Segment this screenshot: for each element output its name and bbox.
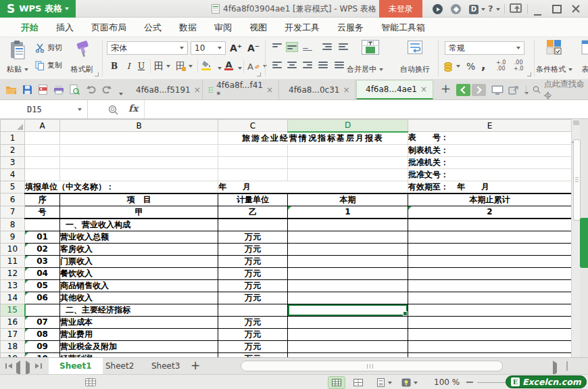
first-sheet-button[interactable]	[5, 363, 12, 369]
tab-close-icon[interactable]: ×	[266, 85, 273, 95]
justify-button[interactable]	[318, 61, 328, 70]
cell[interactable]: 05	[25, 279, 60, 292]
cell-section-2[interactable]: 二、主要经济指标	[60, 304, 218, 316]
row-header-7[interactable]: 7	[1, 206, 25, 219]
name-box[interactable]: D15	[0, 100, 88, 118]
cell-h-seq[interactable]: 序	[25, 193, 60, 206]
pane-splitter[interactable]	[566, 361, 568, 371]
tab-smart-toolbox[interactable]: 智能工具箱	[372, 18, 434, 37]
cell[interactable]	[218, 219, 288, 231]
save-icon[interactable]	[22, 85, 32, 97]
cell-year-month[interactable]: 年 月	[218, 181, 408, 193]
cell[interactable]	[60, 156, 218, 168]
vertical-scroll-thumb[interactable]	[573, 139, 581, 221]
table-style-button-clipped[interactable]: 表	[581, 64, 588, 74]
cell-h-current[interactable]: 本期	[288, 193, 408, 206]
play-on-screen-icon[interactable]	[491, 85, 504, 97]
cell[interactable]: 10	[25, 352, 60, 357]
table-style-icon-clipped[interactable]	[581, 39, 588, 58]
horizontal-scroll-thumb[interactable]	[241, 361, 503, 371]
sheet-tab-sheet3[interactable]: Sheet3	[141, 358, 191, 374]
align-top-button[interactable]	[272, 43, 283, 51]
cell[interactable]	[25, 156, 60, 168]
cell[interactable]	[25, 304, 60, 316]
page-break-view-button[interactable]	[350, 377, 366, 388]
tab-view[interactable]: 视图	[241, 18, 276, 37]
conditional-format-icon[interactable]	[546, 39, 562, 58]
cell[interactable]: 03	[25, 255, 60, 267]
underline-button[interactable]: U	[135, 60, 147, 73]
cell[interactable]	[60, 144, 218, 156]
scroll-up-button[interactable]	[572, 130, 580, 139]
cell[interactable]	[408, 352, 572, 357]
cell[interactable]	[408, 328, 572, 340]
upload-cloud-icon[interactable]	[510, 3, 522, 13]
cell[interactable]	[408, 231, 572, 243]
cell[interactable]	[288, 231, 408, 243]
insert-function-button[interactable]: fx	[128, 103, 138, 114]
cell[interactable]	[218, 156, 288, 168]
format-painter-icon[interactable]	[74, 41, 91, 60]
cell[interactable]	[288, 316, 408, 328]
cell[interactable]: 01	[25, 231, 60, 243]
reading-mode-button[interactable]	[399, 377, 420, 388]
zoom-slider[interactable]	[477, 382, 507, 383]
sheet-tab-sheet2[interactable]: Sheet2	[95, 358, 145, 374]
increase-font-button[interactable]: A⁺	[230, 41, 242, 55]
add-sheet-button[interactable]: +	[191, 359, 200, 372]
tab-close-icon[interactable]: ×	[194, 85, 201, 95]
cell[interactable]: 2	[408, 206, 572, 219]
new-tab-button[interactable]: +	[441, 81, 451, 95]
borders-button[interactable]: 田	[154, 60, 170, 73]
decrease-font-button[interactable]: A⁻	[247, 41, 260, 55]
cell[interactable]	[218, 168, 288, 181]
cell[interactable]: 万元	[218, 243, 288, 255]
align-center-button[interactable]	[287, 61, 297, 70]
open-file-icon[interactable]	[5, 85, 17, 97]
fill-color-caret[interactable]	[215, 63, 222, 72]
align-middle-button[interactable]	[287, 43, 297, 51]
cell[interactable]	[408, 267, 572, 279]
row-header-3[interactable]: 3	[1, 156, 25, 168]
help-menu-button[interactable]: ?	[488, 3, 500, 14]
cell[interactable]	[288, 144, 408, 156]
login-button[interactable]: 未登录	[379, 0, 422, 18]
col-header-a[interactable]: A	[25, 120, 60, 132]
cell[interactable]	[288, 352, 408, 357]
cell[interactable]	[288, 279, 408, 292]
cell[interactable]: 07	[25, 316, 60, 328]
doc-tab-3[interactable]: 4f6a8...0c31 ×	[280, 80, 356, 99]
cell[interactable]: 客房收入	[60, 243, 218, 255]
cell[interactable]	[408, 219, 572, 231]
find-command-box[interactable]: 点此查找命令	[533, 80, 588, 99]
doc-tab-4-active[interactable]: 4f6a8...4ae1 ×	[356, 80, 433, 99]
tab-review[interactable]: 审阅	[205, 18, 241, 37]
cell-report-title[interactable]: 旅游企业经营情况指标基层月报表	[218, 132, 408, 145]
cell[interactable]	[288, 219, 408, 231]
cell[interactable]: 营业税金及附加	[60, 340, 218, 352]
cell[interactable]: 餐饮收入	[60, 267, 218, 279]
cell[interactable]	[288, 156, 408, 168]
cell[interactable]	[25, 144, 60, 156]
prev-sheet-button[interactable]	[16, 363, 20, 373]
increase-indent-button[interactable]	[338, 43, 349, 51]
cell[interactable]	[218, 144, 288, 156]
bold-button[interactable]: B	[108, 60, 120, 73]
row-header-18[interactable]: 18	[1, 340, 25, 352]
font-size-combo[interactable]: 10	[191, 41, 226, 55]
print-icon[interactable]	[53, 85, 64, 97]
cell-maker-org[interactable]: 制表机关：	[408, 144, 572, 156]
doc-tab-1[interactable]: 4f6a8...f5191 ×	[127, 80, 203, 99]
cell[interactable]	[408, 243, 572, 255]
currency-button[interactable]	[443, 60, 460, 73]
cell[interactable]	[408, 316, 572, 328]
cell-h-item[interactable]: 项 目	[60, 193, 218, 206]
font-dialog-launcher[interactable]	[257, 72, 261, 76]
cell[interactable]: 甲	[60, 206, 218, 219]
cell[interactable]: 营业收入总额	[60, 231, 218, 243]
next-sheet-button[interactable]	[26, 363, 30, 373]
cell[interactable]	[288, 255, 408, 267]
cut-button[interactable]: 剪切	[35, 43, 62, 53]
cell[interactable]: 万元	[218, 255, 288, 267]
font-color-button[interactable]: A	[224, 58, 233, 72]
